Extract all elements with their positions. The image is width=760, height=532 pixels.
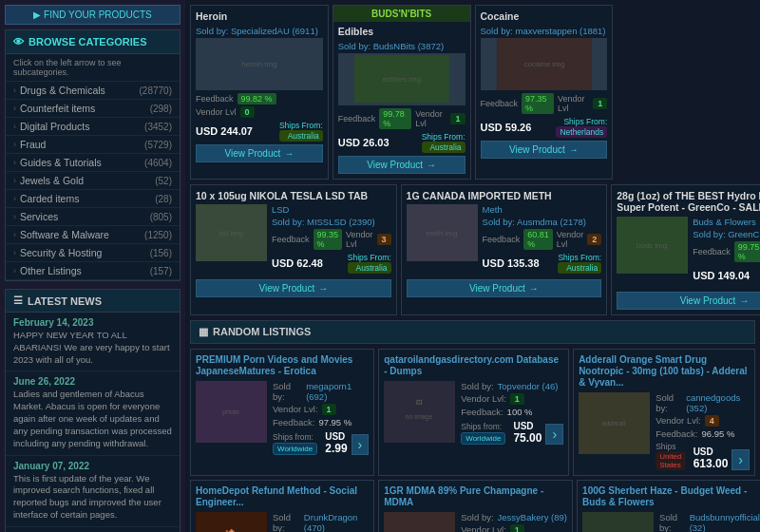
svg-text:buds img: buds img: [636, 241, 667, 250]
brand-header: BUDS'N'BITS: [333, 6, 470, 22]
price: USD 149.04: [693, 270, 750, 281]
listing-title[interactable]: 100G Sherbert Haze - Budget Weed - Buds …: [582, 485, 760, 508]
news-item: January 07, 2022This is first update of …: [6, 456, 180, 527]
feedback-row: Feedback 97.35 % Vendor Lvl 1: [481, 93, 608, 114]
vendor-row: Vendor Lvl 0: [196, 106, 323, 118]
expand-arrow-icon: ›: [13, 230, 16, 239]
product-title: 28g (1oz) of THE BEST Hydro Bud - Super …: [617, 190, 760, 214]
view-product-button[interactable]: View Product →: [196, 144, 323, 162]
random-listings-grid-2: HomeDepot Refund Method - Social Enginee…: [190, 480, 755, 532]
category-item[interactable]: ›Software & Malware(1250): [6, 226, 180, 244]
svg-rect-14: [384, 381, 455, 443]
vendor-level: 1: [322, 404, 336, 415]
svg-text:photo: photo: [222, 408, 239, 416]
listing-title[interactable]: PREMIUM Porn Videos and Movies JapaneseM…: [196, 354, 369, 377]
browse-note: Click on the left arrow to see subcatego…: [6, 54, 180, 82]
go-button[interactable]: ›: [732, 449, 750, 470]
wide-product-meth: 1G CANADA IMPORTED METH meth img Meth So…: [401, 184, 608, 315]
news-text: Ladies and gentlemen of Abacus Market. A…: [13, 389, 172, 449]
category-item[interactable]: ›Fraud(5729): [6, 136, 180, 154]
expand-arrow-icon: ›: [13, 194, 16, 203]
category-item[interactable]: ›Other Listings(157): [6, 262, 180, 280]
listing-title[interactable]: qataroilandgasdirectory.com Database - D…: [384, 354, 563, 377]
svg-text:edibles img: edibles img: [382, 75, 420, 84]
category-item[interactable]: ›Security & Hosting(156): [6, 244, 180, 262]
view-product-button[interactable]: View Product →: [196, 279, 391, 297]
expand-arrow-icon: ›: [13, 104, 16, 113]
product-image: cocaine img: [481, 38, 608, 90]
news-icon: ☰: [13, 294, 23, 307]
category-item[interactable]: ›Jewels & Gold(52): [6, 172, 180, 190]
go-button[interactable]: ›: [352, 434, 370, 455]
listing-image: 🏠HOME: [196, 512, 267, 532]
product-card-edibles: BUDS'N'BITS Edibles Sold by: BudsNBits (…: [332, 5, 471, 180]
latest-news-panel: ☰ LATEST NEWS February 14, 2023HAPPY NEW…: [5, 289, 180, 532]
category-item[interactable]: ›Carded items(28): [6, 190, 180, 208]
news-text: This is first update of the year. We imp…: [13, 473, 172, 522]
product-image: edibles img: [338, 53, 466, 105]
promo-button[interactable]: ▶ FIND YOUR PRODUCTS: [5, 5, 180, 25]
news-item: June 26, 2022Ladies and gentlemen of Aba…: [6, 371, 180, 455]
listing-title[interactable]: Adderall Orange Smart Drug Nootropic - 3…: [579, 354, 750, 389]
latest-news-label: LATEST NEWS: [28, 295, 102, 307]
category-item[interactable]: ›Guides & Tutorials(4604): [6, 154, 180, 172]
price: USD 135.38: [483, 257, 540, 269]
news-item: November 04, 2021Network infrastructure …: [6, 527, 180, 532]
category-item[interactable]: ›Services(805): [6, 208, 180, 226]
random-listings-header: ▦ RANDOM LISTINGS: [190, 320, 755, 344]
svg-text:meth img: meth img: [426, 229, 457, 238]
category-item[interactable]: ›Drugs & Chemicals(28770): [6, 82, 180, 100]
svg-rect-24: [582, 512, 654, 532]
price: USD 244.07: [196, 125, 253, 137]
svg-text:cocaine img: cocaine img: [523, 60, 564, 68]
expand-arrow-icon: ›: [13, 86, 16, 95]
feedback-badge: 97.35 %: [522, 93, 554, 114]
svg-text:heroin img: heroin img: [241, 60, 276, 68]
feedback-badge: 99.75 %: [734, 241, 760, 262]
price: USD 59.26: [481, 122, 532, 133]
eye-icon: 👁: [13, 36, 24, 48]
listing-card-mdma: 1GR MDMA 89% Pure Champagne - MDMA mdma …: [378, 480, 573, 532]
view-product-button[interactable]: View Product →: [481, 141, 608, 159]
view-product-button[interactable]: View Product →: [617, 292, 760, 310]
random-listings-label: RANDOM LISTINGS: [213, 326, 311, 337]
go-button[interactable]: ›: [545, 424, 563, 445]
category-item[interactable]: ›Digital Products(3452): [6, 118, 180, 136]
listing-image: adderall: [579, 392, 650, 454]
wide-product-lsd: 10 x 105ug NIKOLA TESLA LSD TAB lsd img …: [190, 184, 397, 315]
product-title: Cocaine: [481, 10, 608, 23]
wide-products-grid: 10 x 105ug NIKOLA TESLA LSD TAB lsd img …: [190, 184, 755, 315]
feedback-badge: 99.82 %: [238, 93, 276, 104]
svg-text:adderall: adderall: [602, 420, 626, 427]
listing-card-adderall: Adderall Orange Smart Drug Nootropic - 3…: [573, 349, 755, 476]
browse-categories-label: BROWSE CATEGORIES: [28, 36, 146, 48]
expand-arrow-icon: ›: [13, 248, 16, 257]
svg-text:🖼: 🖼: [416, 399, 423, 406]
ships-from: Ships From: Australia: [348, 253, 391, 274]
product-seller: Sold by: maxverstappen (1881): [481, 26, 608, 36]
ships-badge: Worldwide: [461, 432, 505, 445]
ships-from: Ships From: Australia: [422, 132, 466, 153]
expand-arrow-icon: ›: [13, 266, 16, 276]
browse-categories-header[interactable]: 👁 BROWSE CATEGORIES: [6, 30, 180, 54]
browse-categories-panel: 👁 BROWSE CATEGORIES Click on the left ar…: [5, 29, 180, 281]
view-product-button[interactable]: View Product →: [407, 279, 602, 297]
category-item[interactable]: ›Counterfeit items(298): [6, 100, 180, 118]
price: USD 26.03: [338, 137, 390, 148]
expand-arrow-icon: ›: [13, 176, 16, 185]
product-title: Edibles: [338, 26, 466, 38]
vendor-level: 2: [587, 234, 601, 245]
view-product-button[interactable]: View Product →: [338, 156, 466, 174]
svg-text:no image: no image: [406, 413, 433, 421]
listing-title[interactable]: 1GR MDMA 89% Pure Champagne - MDMA: [384, 485, 567, 508]
expand-arrow-icon: ›: [13, 122, 16, 131]
main-content: Heroin Sold by: SpecializedAU (6911) her…: [185, 0, 760, 532]
price-row: USD 26.03 Ships From: Australia: [338, 132, 466, 153]
listing-title[interactable]: HomeDepot Refund Method - Social Enginee…: [196, 485, 369, 508]
news-list: February 14, 2023HAPPY NEW YEAR TO ALL A…: [6, 313, 180, 532]
news-date: June 26, 2022: [13, 376, 172, 387]
product-seller: Sold by: BudsNBits (3872): [338, 41, 466, 51]
random-listings-grid-1: PREMIUM Porn Videos and Movies JapaneseM…: [190, 349, 755, 476]
expand-arrow-icon: ›: [13, 140, 16, 149]
vendor-level: 1: [510, 524, 524, 532]
